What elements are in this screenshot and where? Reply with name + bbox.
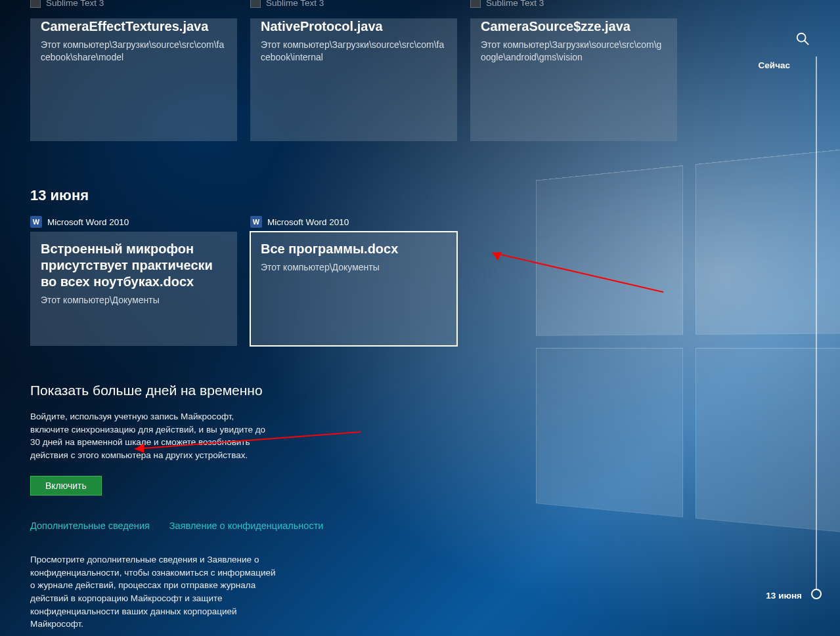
activity-title: NativeProtocol.java <box>261 18 447 35</box>
activity-app-label: Sublime Text 3 <box>470 0 544 8</box>
word-icon: W <box>250 216 262 228</box>
activity-app-label: Sublime Text 3 <box>30 0 104 8</box>
activity-app-name: Sublime Text 3 <box>266 0 324 8</box>
timeline-bottom-label: 13 июня <box>766 591 802 601</box>
timeline-scrollbar-thumb[interactable] <box>811 589 822 599</box>
timeline-rail: Сейчас <box>759 29 812 610</box>
activity-app-label: Sublime Text 3 <box>250 0 324 8</box>
search-icon <box>795 32 810 46</box>
word-icon: W <box>30 216 42 228</box>
activity-path: Этот компьютер\Загрузки\source\src\com\f… <box>261 39 447 64</box>
activity-path: Этот компьютер\Загрузки\source\src\com\f… <box>41 39 227 64</box>
promo-body: Войдите, используя учетную запись Майкро… <box>30 410 273 461</box>
more-info-link[interactable]: Дополнительные сведения <box>30 520 150 531</box>
activity-app-label: W Microsoft Word 2010 <box>250 216 457 228</box>
svg-line-1 <box>805 41 808 45</box>
activity-app-label: W Microsoft Word 2010 <box>30 216 237 228</box>
activity-title: CameraEffectTextures.java <box>41 18 227 35</box>
activity-card[interactable]: CameraEffectTextures.java Этот компьютер… <box>30 18 237 141</box>
activity-path: Этот компьютер\Документы <box>41 294 227 307</box>
activity-card[interactable]: CameraSource$zze.java Этот компьютер\Заг… <box>470 18 677 141</box>
enable-button[interactable]: Включить <box>30 476 102 496</box>
activity-card[interactable]: NativeProtocol.java Этот компьютер\Загру… <box>250 18 457 141</box>
activity-title: Все программы.docx <box>261 241 447 257</box>
activity-app-name: Sublime Text 3 <box>486 0 544 8</box>
timeline-scrollbar-track[interactable] <box>816 56 817 590</box>
sublime-text-icon <box>470 0 481 8</box>
promo-fineprint: Просмотрите дополнительные сведения и За… <box>30 553 280 630</box>
activity-card[interactable]: Встроенный микрофон присутствует практич… <box>30 232 237 346</box>
activity-row-top: Sublime Text 3 CameraEffectTextures.java… <box>30 0 768 141</box>
activity-title: CameraSource$zze.java <box>481 18 667 35</box>
sublime-text-icon <box>30 0 41 8</box>
activity-card[interactable]: Все программы.docx Этот компьютер\Докуме… <box>250 232 457 346</box>
activity-path: Этот компьютер\Загрузки\source\src\com\g… <box>481 39 667 64</box>
promo-links: Дополнительные сведения Заявление о конф… <box>30 520 768 531</box>
promo-section: Показать больше дней на временно Войдите… <box>30 383 273 496</box>
activity-app-name: Microsoft Word 2010 <box>47 217 129 227</box>
sublime-text-icon <box>250 0 261 8</box>
privacy-link[interactable]: Заявление о конфиденциальности <box>169 520 324 531</box>
activity-app-name: Sublime Text 3 <box>46 0 104 8</box>
activity-app-name: Microsoft Word 2010 <box>267 217 349 227</box>
svg-point-0 <box>797 33 806 42</box>
timeline-now-label: Сейчас <box>759 60 790 70</box>
activity-title: Встроенный микрофон присутствует практич… <box>41 241 227 290</box>
timeline-content: Sublime Text 3 CameraEffectTextures.java… <box>30 0 768 636</box>
promo-heading: Показать больше дней на временно <box>30 383 273 398</box>
search-button[interactable] <box>793 29 812 49</box>
activity-row-mid: W Microsoft Word 2010 Встроенный микрофо… <box>30 216 768 346</box>
timeline-date-heading: 13 июня <box>30 187 768 204</box>
activity-path: Этот компьютер\Документы <box>261 261 447 274</box>
